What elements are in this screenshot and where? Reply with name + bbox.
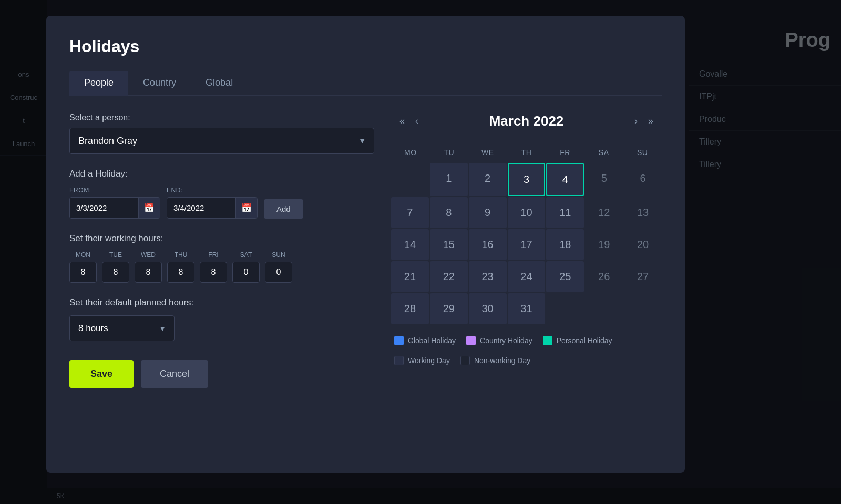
cal-day-6[interactable]: 6 <box>624 163 662 196</box>
day-input-thu[interactable] <box>167 262 194 283</box>
day-input-wed[interactable] <box>135 262 162 283</box>
calendar-panel: « ‹ March 2022 › » MO TU WE TH FR SA <box>391 113 662 388</box>
cal-day-1[interactable]: 1 <box>430 163 468 196</box>
cal-day-24[interactable]: 24 <box>508 261 546 292</box>
cal-day-14[interactable]: 14 <box>391 229 429 260</box>
calendar-legend: Global Holiday Country Holiday Personal … <box>391 336 662 365</box>
cal-header-mo: MO <box>391 144 430 161</box>
cal-day-15[interactable]: 15 <box>430 229 468 260</box>
cal-day-empty-3 <box>585 293 623 324</box>
cal-day-12[interactable]: 12 <box>585 197 623 228</box>
cal-day-9[interactable]: 9 <box>469 197 507 228</box>
legend-color-country <box>466 336 476 345</box>
next-year-button[interactable]: » <box>645 114 657 129</box>
content-area: Select a person: Brandon Gray ▼ Add a Ho… <box>69 113 662 388</box>
cal-day-empty-4 <box>624 293 662 324</box>
cal-week-1: 1 2 3 4 5 6 <box>391 163 662 196</box>
day-label-sun: SUN <box>272 251 285 259</box>
day-label-wed: WED <box>141 251 156 259</box>
prev-year-button[interactable]: « <box>396 114 408 129</box>
cal-day-27[interactable]: 27 <box>624 261 662 292</box>
prev-month-button[interactable]: ‹ <box>412 114 422 129</box>
cal-week-4: 21 22 23 24 25 26 27 <box>391 261 662 292</box>
select-person-label: Select a person: <box>69 113 374 122</box>
tab-people[interactable]: People <box>69 71 128 96</box>
legend-label-working: Working Day <box>408 356 450 365</box>
add-holiday-label: Add a Holiday: <box>69 169 374 179</box>
calendar-grid: MO TU WE TH FR SA SU 1 2 3 4 5 6 <box>391 144 662 324</box>
cal-day-3[interactable]: 3 <box>508 163 546 196</box>
tab-country[interactable]: Country <box>128 71 191 96</box>
end-calendar-button[interactable]: 📅 <box>235 198 257 218</box>
day-label-sat: SAT <box>240 251 252 259</box>
cal-day-17[interactable]: 17 <box>508 229 546 260</box>
day-input-fri[interactable] <box>200 262 227 283</box>
day-input-sun[interactable] <box>265 262 292 283</box>
from-label: FROM: <box>69 187 160 194</box>
person-select[interactable]: Brandon Gray <box>69 128 374 154</box>
cal-day-30[interactable]: 30 <box>469 293 507 324</box>
cal-day-21[interactable]: 21 <box>391 261 429 292</box>
cal-day-4[interactable]: 4 <box>546 163 584 196</box>
legend-country: Country Holiday <box>466 336 532 345</box>
end-date-input[interactable] <box>167 198 235 218</box>
day-input-mon[interactable] <box>69 262 97 283</box>
legend-global: Global Holiday <box>394 336 456 345</box>
modal-title: Holidays <box>69 37 662 56</box>
tab-global[interactable]: Global <box>191 71 248 96</box>
day-col-wed: WED <box>135 251 162 283</box>
cal-day-28[interactable]: 28 <box>391 293 429 324</box>
day-input-sat[interactable] <box>232 262 260 283</box>
cal-header-fr: FR <box>546 144 584 161</box>
cal-day-8[interactable]: 8 <box>430 197 468 228</box>
legend-non-working: Non-working Day <box>460 356 530 365</box>
cal-day-22[interactable]: 22 <box>430 261 468 292</box>
calendar-nav-left: « ‹ <box>396 114 422 129</box>
day-label-tue: TUE <box>109 251 122 259</box>
cancel-button[interactable]: Cancel <box>141 360 208 388</box>
cal-day-20[interactable]: 20 <box>624 229 662 260</box>
cal-day-11[interactable]: 11 <box>546 197 584 228</box>
from-date-input[interactable] <box>70 198 138 218</box>
calendar-header: « ‹ March 2022 › » <box>391 113 662 129</box>
action-buttons: Save Cancel <box>69 360 374 388</box>
cal-week-3: 14 15 16 17 18 19 20 <box>391 229 662 260</box>
from-calendar-button[interactable]: 📅 <box>138 198 160 218</box>
next-month-button[interactable]: › <box>631 114 641 129</box>
from-input-wrapper: 📅 <box>69 197 160 219</box>
cal-day-2[interactable]: 2 <box>469 163 507 196</box>
cal-day-empty-1 <box>391 163 429 196</box>
add-holiday-button[interactable]: Add <box>264 199 303 219</box>
cal-day-13[interactable]: 13 <box>624 197 662 228</box>
legend-label-non-working: Non-working Day <box>474 356 530 365</box>
planned-hours-select[interactable]: 8 hours 6 hours 4 hours <box>69 315 175 341</box>
cal-header-su: SU <box>623 144 662 161</box>
day-label-fri: FRI <box>208 251 218 259</box>
cal-day-29[interactable]: 29 <box>430 293 468 324</box>
cal-day-26[interactable]: 26 <box>585 261 623 292</box>
end-group: END: 📅 <box>167 187 258 219</box>
holidays-modal: Holidays People Country Global Select a … <box>46 16 685 473</box>
cal-day-5[interactable]: 5 <box>585 163 623 196</box>
day-col-thu: THU <box>167 251 194 283</box>
day-col-sun: SUN <box>265 251 292 283</box>
cal-day-23[interactable]: 23 <box>469 261 507 292</box>
end-input-wrapper: 📅 <box>167 197 258 219</box>
calendar-header-row: MO TU WE TH FR SA SU <box>391 144 662 161</box>
cal-day-7[interactable]: 7 <box>391 197 429 228</box>
cal-day-25[interactable]: 25 <box>546 261 584 292</box>
cal-header-we: WE <box>468 144 507 161</box>
save-button[interactable]: Save <box>69 360 134 388</box>
cal-day-31[interactable]: 31 <box>508 293 546 324</box>
cal-day-16[interactable]: 16 <box>469 229 507 260</box>
legend-label-global: Global Holiday <box>408 336 456 345</box>
cal-day-10[interactable]: 10 <box>508 197 546 228</box>
cal-header-sa: SA <box>584 144 623 161</box>
calendar-nav-right: › » <box>631 114 657 129</box>
day-label-thu: THU <box>175 251 188 259</box>
cal-day-18[interactable]: 18 <box>546 229 584 260</box>
day-input-tue[interactable] <box>102 262 129 283</box>
cal-day-19[interactable]: 19 <box>585 229 623 260</box>
end-label: END: <box>167 187 258 194</box>
day-col-sat: SAT <box>232 251 260 283</box>
